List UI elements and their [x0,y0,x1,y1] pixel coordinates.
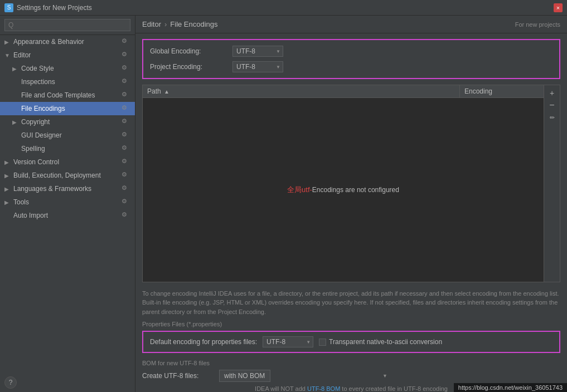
arrow-icon: ▶ [4,159,12,165]
window-title: Settings for New Projects [17,4,92,12]
project-encoding-label: Project Encoding: [150,63,228,71]
global-encoding-select[interactable]: UTF-8 UTF-16 ISO-8859-1 [232,46,283,57]
settings-icon: ⚙ [122,104,130,113]
sidebar-item-label: GUI Designer [21,131,62,139]
global-encoding-section: Global Encoding: UTF-8 UTF-16 ISO-8859-1… [142,39,560,79]
settings-icon: ⚙ [122,171,130,180]
arrow-icon: ▼ [4,52,12,58]
global-encoding-row: Global Encoding: UTF-8 UTF-16 ISO-8859-1 [150,46,553,57]
search-input[interactable] [4,19,130,31]
sidebar-item-label: Tools [13,198,29,206]
project-encoding-select-wrapper: UTF-8 UTF-16 ISO-8859-1 [232,61,283,72]
sidebar-item-label: Version Control [13,158,59,166]
arrow-icon: ▶ [4,199,12,205]
table-main: Path ▲ Encoding 全局utf-Encodings are not … [143,85,544,282]
arrow-icon: ▶ [12,66,20,72]
native-to-ascii-checkbox[interactable] [319,339,326,346]
settings-icon: ⚙ [122,91,130,100]
sidebar-item-label: Build, Execution, Deployment [13,171,101,179]
bom-create-row: Create UTF-8 files: with NO BOM with BOM [142,370,560,382]
global-encoding-select-wrapper: UTF-8 UTF-16 ISO-8859-1 [232,46,283,57]
add-row-button[interactable]: + [546,87,558,99]
close-button[interactable]: × [554,3,563,12]
settings-icon: ⚙ [122,51,130,60]
path-encoding-table: Path ▲ Encoding 全局utf-Encodings are not … [142,85,560,282]
sidebar-item-label: Spelling [21,145,45,153]
sidebar-item-spelling[interactable]: ▶ Spelling ⚙ [0,142,135,155]
sidebar-item-copyright[interactable]: ▶ Copyright ⚙ [0,115,135,129]
properties-default-label: Default encoding for properties files: [150,338,257,346]
settings-icon: ⚙ [122,77,130,86]
breadcrumb-parent: Editor [142,20,161,28]
project-encoding-row: Project Encoding: UTF-8 UTF-16 ISO-8859-… [150,61,553,72]
bom-create-select[interactable]: with NO BOM with BOM [219,370,270,382]
sidebar-item-build-execution[interactable]: ▶ Build, Execution, Deployment ⚙ [0,169,135,182]
bom-note-link: UTF-8 BOM [307,385,340,392]
content-area: Editor › File Encodings For new projects… [135,16,567,392]
sidebar-item-file-encodings[interactable]: ▶ File Encodings ⚙ [0,102,135,115]
content-header: Editor › File Encodings For new projects [135,16,567,33]
settings-icon: ⚙ [122,211,130,220]
settings-icon: ⚙ [122,198,130,207]
native-to-ascii-wrapper: Transparent native-to-ascii conversion [319,338,442,346]
search-box [0,16,135,35]
native-to-ascii-label: Transparent native-to-ascii conversion [329,338,442,346]
table-body-empty: 全局utf-Encodings are not configured [143,98,544,282]
sidebar-item-label: Appearance & Behavior [13,38,84,46]
sidebar-item-tools[interactable]: ▶ Tools ⚙ [0,195,135,209]
sidebar-item-file-code-templates[interactable]: ▶ File and Code Templates ⚙ [0,89,135,102]
global-encoding-label: Global Encoding: [150,47,228,55]
url-bar: https://blog.csdn.net/weixin_36051743 [454,383,567,392]
properties-section: Properties Files (*.properties) Default … [142,321,560,353]
arrow-icon: ▶ [4,186,12,192]
sidebar-item-label: Languages & Frameworks [13,185,91,193]
sidebar-item-auto-import[interactable]: ▶ Auto Import ⚙ [0,209,135,222]
sidebar-item-label: Copyright [21,118,50,126]
sidebar-item-label: Auto Import [13,212,48,219]
settings-icon: ⚙ [122,37,130,46]
properties-encoding-select[interactable]: UTF-8 UTF-16 ISO-8859-1 [263,336,313,347]
settings-icon: ⚙ [122,158,130,166]
sidebar-item-languages-frameworks[interactable]: ▶ Languages & Frameworks ⚙ [0,182,135,195]
arrow-icon: ▶ [12,119,20,125]
sidebar-item-code-style[interactable]: ▶ Code Style ⚙ [0,62,135,75]
sidebar-item-editor[interactable]: ▼ Editor ⚙ [0,48,135,62]
table-col-encoding: Encoding [460,85,544,97]
help-button[interactable]: ? [4,376,17,389]
bom-select-wrapper: with NO BOM with BOM [219,370,392,382]
empty-text-en: Encodings are not configured [312,186,399,194]
sidebar-item-label: Editor [13,51,31,59]
settings-icon: ⚙ [122,117,130,126]
arrow-icon: ▶ [4,173,12,179]
remove-row-button[interactable]: − [546,100,558,111]
settings-icon: ⚙ [122,144,130,153]
sidebar-item-version-control[interactable]: ▶ Version Control ⚙ [0,155,135,169]
table-side-buttons: + − ✏ [544,85,560,282]
bom-create-label: Create UTF-8 files: [142,372,215,380]
bom-note-prefix: IDEA will NOT add [255,385,307,392]
breadcrumb-current: File Encodings [170,20,217,28]
sidebar-item-inspections[interactable]: ▶ Inspections ⚙ [0,75,135,89]
sidebar-item-label: File Encodings [21,105,65,112]
for-new-projects-label: For new projects [515,21,560,28]
breadcrumb-separator: › [164,20,167,28]
sidebar-item-label: Code Style [21,65,54,72]
sidebar-item-appearance[interactable]: ▶ Appearance & Behavior ⚙ [0,35,135,48]
empty-text-cn: 全局utf- [287,185,312,195]
properties-box: Default encoding for properties files: U… [142,331,560,353]
project-encoding-select[interactable]: UTF-8 UTF-16 ISO-8859-1 [232,61,283,72]
edit-row-button[interactable]: ✏ [546,112,558,123]
sort-icon: ▲ [164,89,169,95]
table-col-path: Path ▲ [143,85,460,97]
bom-section-label: BOM for new UTF-8 files [142,360,560,366]
app-icon: S [4,3,13,12]
bom-note-suffix: to every created file in UTF-8 encoding [340,385,448,392]
settings-icon: ⚙ [122,131,130,140]
sidebar-item-label: Inspections [21,78,55,86]
sidebar: ▶ Appearance & Behavior ⚙ ▼ Editor ⚙ ▶ C… [0,16,135,392]
settings-icon: ⚙ [122,64,130,73]
settings-icon: ⚙ [122,184,130,193]
properties-encoding-select-wrapper: UTF-8 UTF-16 ISO-8859-1 [263,336,313,347]
sidebar-item-gui-designer[interactable]: ▶ GUI Designer ⚙ [0,129,135,142]
table-header: Path ▲ Encoding [143,85,544,98]
